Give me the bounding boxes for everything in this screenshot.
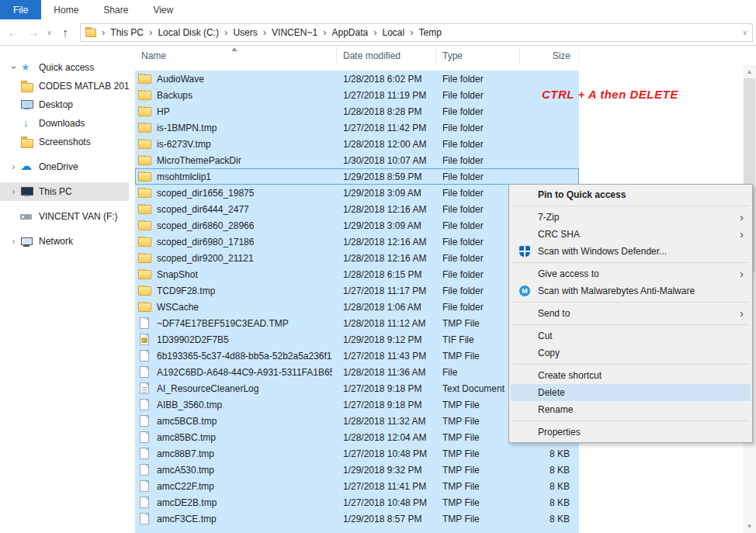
breadcrumb-chevron-icon[interactable] — [258, 26, 272, 38]
malwarebytes-icon — [519, 286, 530, 296]
file-row-audiowave[interactable]: AudioWave1/28/2018 6:02 PMFile folder — [135, 71, 579, 87]
ribbon-tab-home[interactable]: Home — [41, 0, 91, 19]
file-type: File folder — [436, 171, 520, 182]
file-row-partial[interactable] — [135, 527, 579, 533]
sidebar-item-network[interactable]: Network — [0, 232, 129, 251]
file-icon — [140, 350, 149, 362]
sidebar-item-onedrive[interactable]: OneDrive — [0, 157, 129, 176]
column-header-type[interactable]: Type — [436, 46, 520, 66]
scroll-down-icon[interactable] — [743, 520, 756, 533]
file-type: File folder — [436, 220, 520, 231]
context-menu-item-cut[interactable]: Cut — [511, 327, 751, 344]
file-row-amcc22f-tmp[interactable]: amcC22F.tmp1/27/2018 11:41 PMTMP File8 K… — [135, 478, 579, 494]
breadcrumb-segment-vincen-1[interactable]: VINCEN~1 — [272, 27, 317, 38]
menu-item-label: Pin to Quick access — [538, 189, 626, 200]
file-date-modified: 1/27/2018 11:17 PM — [337, 286, 436, 296]
file-date-modified: 1/28/2018 12:04 AM — [337, 432, 436, 443]
context-menu-item-send-to[interactable]: Send to — [511, 305, 751, 322]
menu-item-label: Send to — [538, 308, 570, 319]
file-row-is-1bmpn-tmp[interactable]: is-1BMPN.tmp1/27/2018 11:42 PMFile folde… — [135, 119, 579, 136]
file-row-msohtmlclip1[interactable]: msohtmlclip11/29/2018 8:59 PMFile folder — [135, 168, 579, 185]
sidebar-item-this-pc[interactable]: This PC — [0, 182, 129, 201]
breadcrumb-segment-local-disk-c[interactable]: Local Disk (C:) — [158, 27, 219, 38]
file-name: amcF3CE.tmp — [157, 514, 217, 524]
folder-icon — [138, 123, 151, 133]
file-row-amcde2b-tmp[interactable]: amcDE2B.tmp1/27/2018 10:48 PMTMP File8 K… — [135, 494, 579, 511]
annotation-text: CTRL + A then DELETE — [542, 88, 678, 101]
file-type: File folder — [436, 269, 520, 280]
sidebar-item-label: CODES MATLAB 201 — [39, 81, 129, 92]
context-menu-item-pin-to-quick-access[interactable]: Pin to Quick access — [511, 186, 751, 203]
sort-ascending-icon — [231, 47, 238, 51]
context-menu-item-give-access-to[interactable]: Give access to — [511, 265, 751, 282]
file-date-modified: 1/28/2018 6:02 PM — [337, 74, 436, 85]
expander-down-icon[interactable] — [9, 61, 19, 74]
context-menu-item-scan-with-malwarebytes-anti-malware[interactable]: Scan with Malwarebytes Anti-Malware — [511, 282, 751, 299]
breadcrumb-chevron-icon[interactable] — [96, 26, 110, 38]
sidebar-item-codes-matlab-201[interactable]: CODES MATLAB 201 — [0, 77, 129, 95]
file-size: 8 KB — [520, 465, 579, 476]
sidebar-item-vincent-van-f[interactable]: VINCENT VAN (F:) — [0, 207, 129, 226]
breadcrumb-segment-this-pc[interactable]: This PC — [110, 27, 144, 38]
column-header-size[interactable]: Size — [520, 46, 579, 66]
file-name-cell: scoped_dir6980_17186 — [135, 237, 337, 247]
scroll-up-icon[interactable] — [743, 65, 756, 78]
sidebar-item-quick-access[interactable]: Quick access — [0, 58, 129, 77]
file-name-cell: ~DF74E17BEF519C3EAD.TMP — [135, 317, 337, 329]
back-button[interactable] — [3, 26, 23, 39]
folder-icon — [20, 136, 34, 148]
menu-item-label: Copy — [538, 348, 560, 358]
context-menu-item-crc-sha[interactable]: CRC SHA — [511, 226, 751, 243]
recent-locations-dropdown-icon[interactable] — [43, 29, 55, 36]
breadcrumb-chevron-icon[interactable] — [219, 26, 233, 38]
breadcrumb-segment-temp[interactable]: Temp — [419, 27, 442, 38]
breadcrumb-chevron-icon[interactable] — [144, 26, 158, 38]
context-menu-item-7-zip[interactable]: 7-Zip — [511, 209, 751, 226]
address-dropdown-icon[interactable] — [742, 29, 747, 36]
file-name-cell: amc5BCB.tmp — [135, 415, 337, 427]
ribbon-tab-view[interactable]: View — [140, 0, 186, 19]
file-row-is-6273v-tmp[interactable]: is-6273V.tmp1/28/2018 12:00 AMFile folde… — [135, 136, 579, 152]
file-size: 8 KB — [520, 514, 579, 524]
file-row-hp[interactable]: HP1/28/2018 8:28 PMFile folder — [135, 103, 579, 119]
file-row-microthemepackdir[interactable]: MicroThemePackDir1/30/2018 10:07 AMFile … — [135, 152, 579, 168]
sidebar-item-screenshots[interactable]: Screenshots — [0, 133, 129, 151]
context-menu-item-scan-with-windows-defender[interactable]: Scan with Windows Defender... — [511, 243, 751, 260]
sidebar-item-label: Quick access — [39, 62, 94, 73]
ribbon-tab-share[interactable]: Share — [91, 0, 140, 19]
address-bar[interactable]: This PCLocal Disk (C:)UsersVINCEN~1AppDa… — [80, 23, 753, 42]
context-menu-item-properties[interactable]: Properties — [511, 424, 751, 441]
context-menu-item-rename[interactable]: Rename — [511, 401, 751, 418]
expander-right-icon[interactable] — [7, 236, 20, 247]
breadcrumb-chevron-icon[interactable] — [368, 26, 382, 38]
file-row-backups[interactable]: Backups1/27/2018 11:19 PMFile folder — [135, 87, 579, 103]
breadcrumb-chevron-icon[interactable] — [317, 26, 331, 38]
sidebar-item-downloads[interactable]: Downloads — [0, 114, 129, 133]
file-row-amc88b7-tmp[interactable]: amc88B7.tmp1/27/2018 10:48 PMTMP File8 K… — [135, 445, 579, 462]
up-button[interactable] — [55, 26, 75, 39]
ribbon-tab-file[interactable]: File — [0, 0, 41, 19]
breadcrumb-chevron-icon[interactable] — [404, 26, 418, 38]
file-date-modified: 1/29/2018 8:57 PM — [337, 514, 436, 524]
breadcrumb-segment-users[interactable]: Users — [233, 27, 257, 38]
context-menu-item-create-shortcut[interactable]: Create shortcut — [511, 367, 751, 384]
folder-icon — [138, 270, 151, 279]
expander-right-icon[interactable] — [7, 186, 20, 197]
file-row-amcf3ce-tmp[interactable]: amcF3CE.tmp1/29/2018 8:57 PMTMP File8 KB — [135, 511, 579, 527]
file-name: amcC22F.tmp — [157, 481, 214, 492]
file-name: SnapShot — [157, 269, 198, 280]
sidebar-item-desktop[interactable]: Desktop — [0, 95, 129, 114]
file-name-cell: amcC22F.tmp — [135, 480, 337, 492]
file-row-amca530-tmp[interactable]: amcA530.tmp1/29/2018 9:32 PMTMP File8 KB — [135, 462, 579, 478]
file-name-cell: AI_ResourceCleanerLog — [135, 382, 337, 394]
breadcrumb-segment-appdata[interactable]: AppData — [331, 27, 368, 38]
breadcrumb-segment-local[interactable]: Local — [383, 27, 405, 38]
file-date-modified: 1/28/2018 11:32 AM — [337, 416, 436, 427]
context-menu-item-delete[interactable]: Delete — [511, 384, 751, 401]
context-menu-item-copy[interactable]: Copy — [511, 344, 751, 362]
file-date-modified: 1/28/2018 1:06 AM — [337, 302, 436, 313]
forward-button[interactable] — [23, 26, 43, 39]
expander-right-icon[interactable] — [7, 161, 20, 172]
column-header-date-modified[interactable]: Date modified — [337, 46, 436, 66]
file-type: TIF File — [436, 334, 520, 345]
